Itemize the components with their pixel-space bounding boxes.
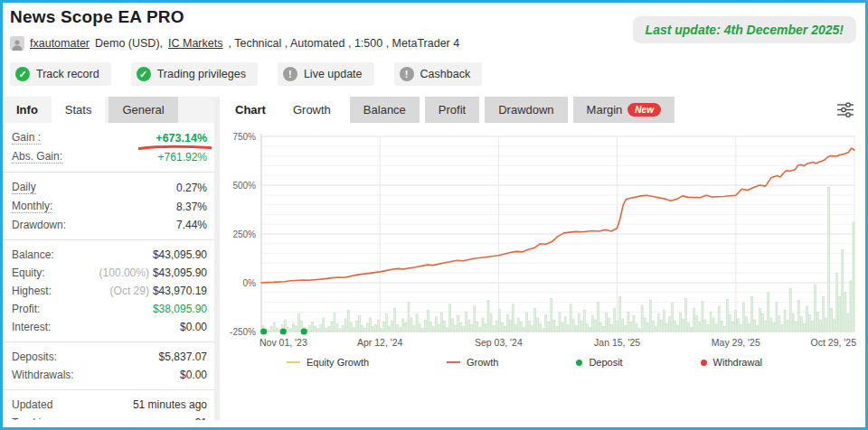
svg-text:-250%: -250% [230,327,256,337]
badge-label: Cashback [420,68,471,80]
stat-value-prefix: (100.00%) [99,266,149,279]
sidebar-tabs: InfoStatsGeneral [3,97,214,123]
stat-value: +673.14% [156,132,207,145]
stat-row-profit: Profit:$38,095.90 [3,300,214,318]
group-separator [3,341,214,342]
stat-row-equity: Equity:(100.00%)$43,095.90 [3,264,214,282]
tab-general[interactable]: General [108,97,177,123]
stat-value: 51 minutes ago [133,398,207,411]
stat-value: 31 [195,416,207,420]
svg-text:250%: 250% [232,229,256,239]
legend-label: Withdrawal [713,357,762,368]
svg-text:Nov 01, '23: Nov 01, '23 [259,337,307,348]
tab-label: Profit [439,103,466,117]
svg-text:May 29, '25: May 29, '25 [712,337,760,348]
stat-label: Profit: [12,303,40,315]
account-type: Demo (USD), [95,37,163,50]
stat-label: Gain : [12,131,41,145]
stat-label: Abs. Gain: [12,150,62,164]
growth-chart-svg[interactable]: 750%500%250%0%-250%Nov 01, '23Apr 12, '2… [222,127,858,350]
badge-label: Trading privileges [157,68,246,80]
group-separator [3,172,214,173]
legend-item-deposit[interactable]: Deposit [576,357,622,368]
chart-panel: ChartGrowthBalanceProfitDrawdownMarginNe… [220,97,865,420]
svg-text:Sep 03, '24: Sep 03, '24 [475,337,523,348]
stat-label: Highest: [12,285,52,297]
username-link[interactable]: fxautomater [30,37,90,50]
stat-value: $38,095.90 [153,303,207,315]
badge-track-record[interactable]: ✓Track record [10,62,111,86]
svg-text:Jan 15, '25: Jan 15, '25 [594,337,640,348]
stat-label: Monthly: [12,200,52,213]
legend-label: Growth [467,357,498,368]
badge-label: Live update [304,68,363,80]
chart-tab-balance[interactable]: Balance [350,97,420,123]
chart-tab-chart[interactable]: Chart [222,97,279,123]
legend-dot-swatch [576,360,582,366]
stat-row-gain: Gain :+673.14% [3,128,214,147]
stat-label: Balance: [12,248,54,261]
tab-stats[interactable]: Stats [52,97,106,123]
stat-label: Equity: [12,266,45,279]
check-icon: ✓ [137,67,151,81]
badge-cashback[interactable]: !Cashback [394,62,483,86]
stat-label: Deposits: [12,351,57,363]
chart-tab-profit[interactable]: Profit [425,97,479,123]
stat-row-interest: Interest:$0.00 [3,318,214,336]
stat-row-deposits: Deposits:$5,837.07 [3,348,214,366]
legend-line-swatch [287,361,300,363]
tab-info[interactable]: Info [3,97,52,123]
stat-row-abs-gain: Abs. Gain:+761.92% [3,147,214,166]
tab-label: Balance [363,103,406,117]
stat-value: +761.92% [158,151,207,164]
last-update-text: Last update: 4th December 2025! [646,23,844,37]
badge-label: Track record [36,68,99,80]
chart-tab-drawdown[interactable]: Drawdown [485,97,567,123]
badge-live-update[interactable]: !Live update [278,62,374,86]
badge-trading-privileges[interactable]: ✓Trading privileges [131,62,258,86]
tab-label: Margin [587,103,623,117]
svg-text:0%: 0% [243,278,257,288]
new-badge: New [627,103,661,117]
stat-label: Daily [12,181,36,194]
legend-item-growth[interactable]: Growth [447,357,498,368]
legend-item-withdrawal[interactable]: Withdrawal [701,357,762,368]
avatar [10,36,24,51]
broker-link[interactable]: IC Markets [168,37,222,50]
tab-label: Info [16,103,38,117]
svg-text:Oct 29, '25: Oct 29, '25 [811,337,857,348]
stat-row-withdrawals: Withdrawals:$0.00 [3,366,214,384]
stat-label: Drawdown: [12,219,66,231]
svg-text:750%: 750% [232,132,256,142]
legend-label: Deposit [589,357,622,368]
stat-row-tracking: Tracking31 [3,414,214,420]
check-icon: ✓ [15,67,30,81]
group-separator [3,389,214,390]
header: News Scope EA PRO Last update: 4th Decem… [3,3,865,86]
chart-settings-icon[interactable] [836,102,854,117]
legend-line-swatch [447,361,460,363]
chart-tab-growth[interactable]: Growth [279,97,344,123]
stat-value: $0.00 [180,321,207,333]
stat-value: (100.00%)$43,095.90 [99,266,207,279]
tab-label: General [122,103,164,117]
chart-tab-margin[interactable]: MarginNew [573,97,675,123]
stat-value: 8.37% [176,201,207,213]
widget-frame: News Scope EA PRO Last update: 4th Decem… [0,0,868,430]
legend-label: Equity Growth [307,357,369,368]
stat-label: Updated [12,398,52,411]
legend-item-equity-growth[interactable]: Equity Growth [287,357,369,368]
stat-row-updated: Updated51 minutes ago [3,396,214,414]
stat-label: Withdrawals: [12,369,74,381]
exclamation-icon: ! [283,67,297,81]
account-details: , Technical , Automated , 1:500 , MetaTr… [228,37,459,50]
sidebar: InfoStatsGeneral Gain :+673.14%Abs. Gain… [3,97,220,420]
stats-list: Gain :+673.14%Abs. Gain:+761.92%Daily0.2… [3,123,214,420]
stat-label: Interest: [12,321,51,333]
svg-text:Apr 12, '24: Apr 12, '24 [357,337,403,348]
chart-tabs-row: ChartGrowthBalanceProfitDrawdownMarginNe… [222,97,862,123]
stat-row-daily: Daily0.27% [3,178,214,197]
stat-row-balance: Balance:$43,095.90 [3,246,214,264]
group-separator [3,239,214,240]
badges-row: ✓Track record✓Trading privileges!Live up… [10,62,856,86]
